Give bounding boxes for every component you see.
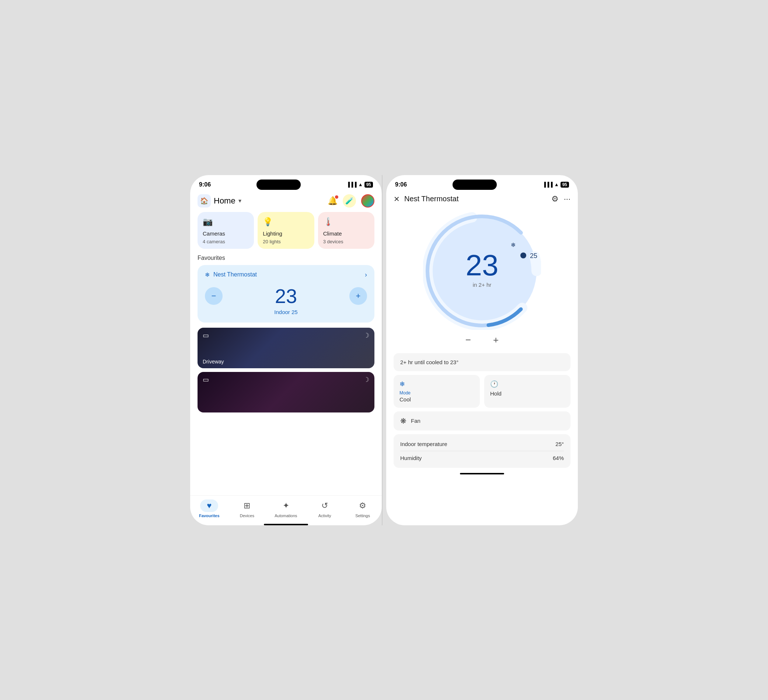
left-header: 🏠 Home ▾ 🔔 🧪: [190, 191, 382, 212]
devices-icon: ⊞: [243, 501, 250, 510]
mode-hold-row: ❄ Mode Cool 🕐 Hold: [394, 375, 570, 408]
close-button[interactable]: ✕: [394, 195, 400, 203]
nav-devices[interactable]: ⊞ Devices: [237, 500, 257, 518]
thermostat-chevron-icon: ›: [365, 271, 367, 279]
time-left: 9:06: [199, 181, 211, 188]
header-actions: 🔔 🧪: [328, 194, 374, 208]
lab-icon[interactable]: 🧪: [343, 194, 356, 208]
svg-point-4: [520, 253, 526, 258]
dial-increase-button[interactable]: +: [493, 334, 499, 346]
indoor-temp-value: 25°: [555, 441, 564, 447]
notification-button[interactable]: 🔔: [328, 196, 338, 206]
indoor-temp-row: Indoor temperature 25°: [400, 439, 564, 449]
mode-label: Mode: [400, 390, 474, 396]
automations-icon: ✦: [283, 501, 289, 510]
camera-icon: 📷: [203, 217, 249, 227]
camera-card-driveway[interactable]: ▭ ☽ Driveway: [198, 328, 374, 368]
status-icons-left: ▐▐▐ ▲ 95: [346, 182, 373, 187]
notification-dot: [335, 195, 338, 199]
lighting-title: Lighting: [263, 231, 309, 237]
home-icon: 🏠: [198, 194, 211, 208]
thermostat-card[interactable]: ❄ Nest Thermostat › − 23 + Indoor 25: [198, 265, 374, 322]
thermostat-header: ❄ Nest Thermostat ›: [205, 271, 367, 279]
svg-text:❄: ❄: [511, 242, 515, 248]
thermostat-controls: − 23 +: [205, 285, 367, 308]
mode-snowflake-icon: ❄: [400, 380, 474, 388]
humidity-label: Humidity: [400, 455, 422, 461]
fan-label: Fan: [411, 418, 421, 424]
dial-temperature: 23: [466, 250, 499, 280]
fan-card[interactable]: ❋ Fan: [394, 412, 570, 431]
svg-text:25: 25: [530, 252, 537, 259]
hold-clock-icon: 🕐: [490, 380, 565, 388]
status-bar-right: 9:06 ▐▐▐ ▲ 95: [386, 175, 578, 191]
indoor-temp-label: Indoor temperature: [400, 441, 447, 447]
nav-activity-label: Activity: [318, 514, 331, 518]
chevron-down-icon: ▾: [238, 197, 242, 204]
decrease-temp-button[interactable]: −: [205, 287, 222, 305]
video-icon-1: ▭: [203, 332, 209, 340]
increase-temp-button[interactable]: +: [349, 287, 367, 305]
nav-devices-label: Devices: [240, 514, 254, 518]
hold-label: Hold: [490, 390, 565, 397]
hold-card[interactable]: 🕐 Hold: [484, 375, 570, 408]
cameras-subtitle: 4 cameras: [203, 239, 249, 244]
moon-icon-2: ☽: [363, 376, 369, 384]
dynamic-island-right: [453, 179, 497, 190]
signal-icon-right: ▐▐▐: [542, 182, 553, 187]
mode-value: Cool: [400, 396, 474, 402]
category-lighting[interactable]: 💡 Lighting 20 lights: [258, 212, 314, 249]
thermostat-indoor: Indoor 25: [205, 309, 367, 315]
home-indicator-right: [460, 473, 504, 474]
more-options-button[interactable]: ···: [564, 194, 570, 204]
thermostat-label: ❄ Nest Thermostat: [205, 271, 257, 278]
signal-icon: ▐▐▐: [346, 182, 357, 187]
nav-activity[interactable]: ↺ Activity: [315, 500, 334, 518]
dial-controls: − +: [386, 330, 578, 353]
nav-favourites[interactable]: ♥ Favourites: [199, 500, 220, 518]
category-climate[interactable]: 🌡️ Climate 3 devices: [318, 212, 374, 249]
dial-decrease-button[interactable]: −: [466, 334, 471, 346]
battery-badge-left: 95: [365, 182, 373, 187]
thermostat-dial-container: ❄ 25 23 in 2+ hr: [386, 208, 578, 330]
right-header: ✕ Nest Thermostat ⚙ ···: [386, 191, 578, 208]
time-right: 9:06: [395, 181, 407, 188]
battery-badge-right: 95: [560, 182, 569, 187]
nav-settings-label: Settings: [355, 514, 370, 518]
nav-automations[interactable]: ✦ Automations: [275, 500, 297, 518]
nav-favourites-label: Favourites: [199, 514, 220, 518]
camera-feed-driveway: ▭ ☽ Driveway: [198, 328, 374, 368]
category-cameras[interactable]: 📷 Cameras 4 cameras: [198, 212, 254, 249]
dial-center: 23 in 2+ hr: [466, 250, 499, 288]
climate-title: Climate: [323, 231, 369, 237]
favourites-icon: ♥: [207, 501, 211, 510]
camera-feed-2: ▭ ☽: [198, 372, 374, 412]
camera-card-2[interactable]: ▭ ☽: [198, 372, 374, 412]
settings-button[interactable]: ⚙: [551, 194, 559, 204]
wifi-icon: ▲: [358, 182, 363, 187]
info-bar: 2+ hr until cooled to 23°: [394, 353, 570, 371]
cameras-title: Cameras: [203, 231, 249, 237]
settings-icon: ⚙: [359, 501, 366, 510]
activity-icon: ↺: [322, 501, 328, 510]
video-icon-2: ▭: [203, 376, 209, 384]
category-row: 📷 Cameras 4 cameras 💡 Lighting 20 lights…: [190, 212, 382, 255]
dynamic-island-left: [256, 179, 301, 190]
humidity-value: 64%: [553, 455, 564, 461]
temp-humidity-card: Indoor temperature 25° Humidity 64%: [394, 434, 570, 468]
home-indicator-left: [264, 524, 308, 525]
right-phone: 9:06 ▐▐▐ ▲ 95 ✕ Nest Thermostat ⚙ ···: [386, 175, 578, 525]
page-title: Nest Thermostat: [404, 195, 458, 203]
nav-settings[interactable]: ⚙ Settings: [352, 500, 373, 518]
home-label[interactable]: 🏠 Home ▾: [198, 194, 242, 208]
lighting-subtitle: 20 lights: [263, 239, 309, 244]
nav-automations-label: Automations: [275, 514, 297, 518]
mode-card[interactable]: ❄ Mode Cool: [394, 375, 480, 408]
lighting-icon: 💡: [263, 217, 309, 227]
humidity-row: Humidity 64%: [400, 451, 564, 463]
wifi-icon-right: ▲: [554, 182, 559, 187]
avatar[interactable]: [361, 194, 374, 208]
snowflake-icon: ❄: [205, 271, 210, 278]
right-header-actions: ⚙ ···: [551, 194, 570, 204]
status-bar-left: 9:06 ▐▐▐ ▲ 95: [190, 175, 382, 191]
